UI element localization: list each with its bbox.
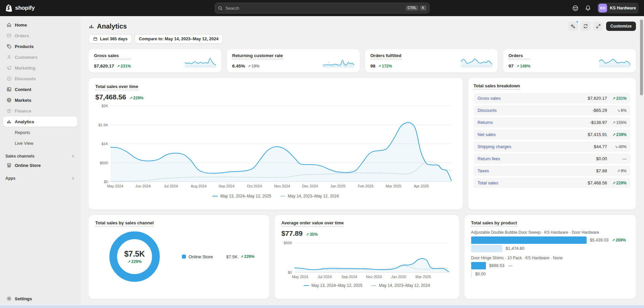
metric-delta: ↗19%	[248, 64, 259, 69]
metric-card-orders-fulfilled[interactable]: Orders fulfilled 98 ↗172%	[365, 49, 498, 73]
svg-text:Feb 2025: Feb 2025	[358, 184, 374, 188]
sidebar-item-markets[interactable]: Markets	[3, 95, 77, 105]
average-order-value-card: Average order value over time $77.89 ↗35…	[275, 215, 459, 299]
home-icon	[6, 22, 12, 28]
donut-center-value: $7.5K	[124, 250, 145, 259]
metric-card-returning-customer-rate[interactable]: Returning customer rate 6.45% ↗19%	[227, 49, 360, 73]
store-name: KS Hardware	[610, 6, 636, 10]
breakdown-link[interactable]: Taxes	[478, 168, 489, 173]
sparkline-chart	[599, 56, 631, 69]
customize-button[interactable]: Customize	[606, 21, 636, 31]
expand-icon	[596, 24, 601, 29]
metric-title: Orders fulfilled	[370, 53, 401, 59]
sidebar-item-finance[interactable]: Finance	[3, 106, 77, 116]
metric-title: Returning customer rate	[232, 53, 283, 59]
total-sales-value: $7,468.56	[95, 93, 126, 101]
product-bar-current[interactable]	[471, 236, 587, 244]
calendar-icon	[93, 37, 98, 41]
chart-title: Average order value over time	[281, 220, 344, 227]
breakdown-row: Shipping charges$44.77↘40%	[474, 141, 631, 152]
products-icon	[6, 44, 12, 49]
svg-text:Mar 2025: Mar 2025	[415, 275, 431, 279]
product-label: Door Hinge Shims - 10 Pack · KS Hardware…	[471, 256, 629, 260]
avatar: KH	[598, 4, 607, 12]
magic-sparkle-icon	[570, 24, 576, 29]
sidebar-item-discounts[interactable]: Discounts	[3, 74, 77, 84]
metric-delta: ↗149%	[516, 64, 530, 69]
sidebar-item-marketing[interactable]: Marketing	[3, 63, 77, 73]
sidebar-item-orders[interactable]: Orders	[3, 31, 77, 41]
product-label: Adjustable Double Bubble Door Sweep · KS…	[471, 230, 629, 235]
chart-title: Total sales by product	[471, 220, 517, 227]
product-bar-previous[interactable]	[471, 270, 472, 278]
refresh-cycle-button[interactable]	[581, 21, 591, 31]
sidebar-item-customers[interactable]: Customers	[3, 52, 77, 62]
svg-text:Jul 2024: Jul 2024	[164, 184, 178, 188]
sidebar-section-sales-channels[interactable]: Sales channels	[5, 154, 75, 159]
metric-value: 98	[370, 63, 376, 69]
svg-text:Sep 2024: Sep 2024	[342, 275, 357, 279]
breakdown-link[interactable]: Returns	[478, 120, 493, 125]
aov-delta: ↗35%	[306, 232, 317, 237]
metric-card-gross-sales[interactable]: Gross sales $7,620.17 ↗231%	[89, 49, 221, 73]
svg-text:Dec 2024: Dec 2024	[302, 184, 318, 188]
svg-text:$1.5K: $1.5K	[98, 123, 108, 127]
notifications-button[interactable]	[583, 3, 593, 13]
sidebar-item-online-store[interactable]: Online Store	[3, 160, 77, 170]
metric-card-orders[interactable]: Orders 97 ↗149%	[503, 49, 636, 73]
sidebar-item-analytics[interactable]: Analytics	[3, 117, 77, 127]
breakdown-link[interactable]: Total sales	[478, 180, 498, 185]
product-bar-current[interactable]	[471, 262, 486, 269]
compare-range-button[interactable]: Compare to: May 14, 2023–May 12, 2024	[135, 34, 223, 44]
donut-chart: $7.5K ↗229%	[109, 231, 160, 282]
customers-icon	[6, 54, 12, 60]
scrollbar-thumb[interactable]	[640, 19, 643, 95]
breakdown-link[interactable]: Net sales	[478, 132, 496, 137]
online-store-swatch	[182, 255, 186, 259]
svg-text:Jul 2024: Jul 2024	[318, 275, 332, 279]
sidebar-item-settings[interactable]: Settings	[3, 294, 77, 304]
sidebar-item-content[interactable]: Content	[3, 84, 77, 94]
metric-value: $7,620.17	[94, 63, 114, 69]
sparkline-chart	[323, 56, 354, 69]
ctrl-keycap: CTRL	[406, 5, 419, 11]
breakdown-link[interactable]: Return fees	[478, 156, 500, 161]
global-search[interactable]: CTRL K	[215, 3, 430, 13]
search-icon	[218, 6, 223, 11]
breakdown-link[interactable]: Shipping charges	[478, 144, 511, 149]
sidebar-section-apps[interactable]: Apps	[5, 176, 75, 181]
sidebar-item-reports[interactable]: Reports	[3, 127, 77, 137]
breakdown-link[interactable]: Discounts	[478, 108, 497, 113]
search-input[interactable]	[226, 6, 403, 11]
aov-line-chart: $500$0May 2024Jul 2024Sep 2024Nov 2024Ja…	[281, 240, 452, 280]
svg-text:Jun 2024: Jun 2024	[136, 184, 151, 188]
svg-text:Apr 2025: Apr 2025	[414, 184, 429, 188]
store-account-menu[interactable]: KH KS Hardware	[597, 3, 639, 13]
date-range-button[interactable]: Last 365 days	[89, 34, 132, 44]
breakdown-link[interactable]: Gross sales	[478, 96, 501, 101]
sidebar-item-products[interactable]: Products	[3, 41, 77, 51]
svg-text:Aug 2024: Aug 2024	[191, 184, 206, 188]
chart-legend: May 13, 2024–May 12, 2025 May 14, 2023–M…	[281, 283, 452, 288]
insights-ai-button[interactable]	[568, 21, 578, 31]
shopify-logo[interactable]: shopify	[5, 4, 215, 12]
product-group: Adjustable Double Bubble Door Sweep · KS…	[471, 230, 629, 252]
search-shortcut: CTRL K	[406, 5, 427, 11]
sidebar-item-live-view[interactable]: Live View	[3, 138, 77, 148]
breakdown-rows: Gross sales$7,620.17↗231% Discounts-$65.…	[474, 93, 631, 188]
sidebar-item-home[interactable]: Home	[3, 20, 77, 30]
current-period-swatch	[304, 285, 309, 286]
total-sales-delta: ↗229%	[130, 96, 144, 100]
metric-delta: ↗231%	[117, 64, 131, 69]
expand-fullscreen-button[interactable]	[593, 21, 603, 31]
breakdown-title: Total sales breakdown	[474, 83, 520, 90]
breakdown-row: Discounts-$65.29↘6%	[474, 105, 631, 116]
sidekick-button[interactable]	[570, 3, 581, 13]
content-icon	[6, 87, 12, 92]
topbar-right: KH KS Hardware	[430, 3, 639, 13]
donut-center-delta: ↗229%	[128, 259, 142, 264]
aov-value: $77.89	[281, 229, 302, 237]
svg-text:$500: $500	[284, 241, 292, 245]
product-bar-previous[interactable]	[471, 245, 502, 252]
chevron-right-icon	[71, 154, 75, 158]
